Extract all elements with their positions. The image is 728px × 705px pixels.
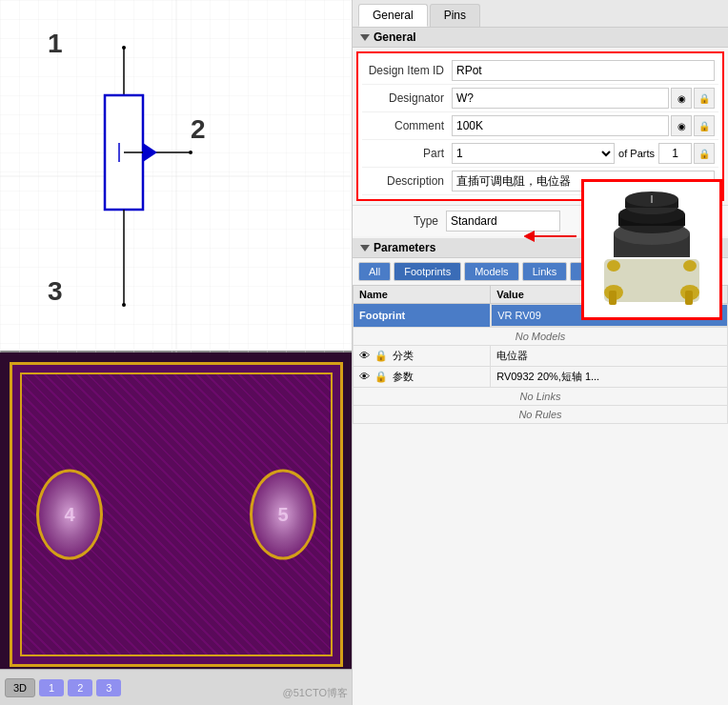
- table-row-no-rules: No Rules: [354, 406, 728, 424]
- parameters-section-title: Parameters: [374, 241, 435, 254]
- schematic-label-1: 1: [48, 29, 63, 59]
- designator-label: Designator: [366, 91, 452, 105]
- lock-icon3: 🔒: [698, 149, 710, 159]
- pad-label-left: 4: [39, 504, 100, 526]
- comment-actions: ◉ 🔒: [671, 115, 715, 136]
- pcb-pad-left: 4: [36, 470, 103, 560]
- category-name-cell: 👁 🔒 分类: [354, 346, 491, 367]
- type-label: Type: [360, 214, 446, 228]
- schematic-label-3: 3: [48, 276, 63, 307]
- part-label: Part: [366, 147, 452, 160]
- pcb-inner: 4 5: [20, 373, 333, 656]
- pcb-board: 4 5: [10, 362, 343, 667]
- lock-icon2: 🔒: [698, 121, 710, 131]
- tabs-bar: General Pins: [353, 0, 728, 28]
- svg-point-9: [122, 46, 126, 50]
- tab-pins[interactable]: Pins: [430, 4, 480, 27]
- pcb-tab-3d[interactable]: 3D: [5, 678, 35, 697]
- pcb-tab-2[interactable]: 2: [68, 679, 92, 696]
- params-btn-links[interactable]: Links: [522, 262, 568, 281]
- params-name-cell: 👁 🔒 参数: [354, 367, 491, 388]
- parts-num-input[interactable]: [658, 143, 692, 164]
- schematic-view: 1 2 3: [0, 0, 353, 352]
- triangle-down-icon2: [360, 245, 370, 252]
- watermark: @51CTO博客: [283, 686, 348, 700]
- general-section-title: General: [374, 30, 416, 44]
- svg-point-15: [607, 260, 620, 272]
- pcb-pad-right: 5: [250, 470, 316, 560]
- design-item-id-row: Design Item ID: [362, 57, 718, 85]
- comment-eye-btn[interactable]: ◉: [671, 115, 692, 136]
- no-rules-cell: No Rules: [354, 406, 728, 424]
- designator-actions: ◉ 🔒: [671, 88, 715, 109]
- params-btn-footprints[interactable]: Footprints: [394, 262, 461, 281]
- svg-rect-17: [609, 291, 617, 305]
- params-btn-models[interactable]: Models: [464, 262, 518, 281]
- category-value-cell: 电位器: [491, 346, 728, 367]
- part-select[interactable]: 1: [452, 143, 615, 164]
- comment-lock-btn[interactable]: 🔒: [694, 115, 715, 136]
- of-parts-label: of Parts: [618, 148, 655, 159]
- comment-row: Comment ◉ 🔒: [362, 112, 718, 140]
- design-item-id-input[interactable]: [452, 60, 715, 81]
- svg-point-11: [189, 151, 192, 154]
- part-actions: 🔒: [694, 143, 715, 164]
- part-row: Part 1 of Parts 🔒: [362, 140, 718, 168]
- table-row-category: 👁 🔒 分类 电位器: [354, 346, 728, 367]
- eye-icon: ◉: [677, 93, 686, 104]
- lock-icon: 🔒: [698, 93, 710, 104]
- designator-input[interactable]: [452, 88, 669, 109]
- table-row-params: 👁 🔒 参数 RV0932 20%,短轴 1...: [354, 367, 728, 388]
- footprint-name-cell: Footprint: [354, 304, 491, 328]
- design-item-id-label: Design Item ID: [366, 64, 452, 77]
- component-3d-svg: [590, 188, 714, 312]
- pad-label-right: 5: [253, 504, 313, 526]
- general-section-header: General: [353, 28, 728, 48]
- svg-point-10: [122, 303, 126, 307]
- designator-eye-btn[interactable]: ◉: [671, 88, 692, 109]
- comment-label: Comment: [366, 119, 452, 132]
- svg-point-16: [683, 260, 697, 272]
- table-row-no-links: No Links: [354, 388, 728, 406]
- params-btn-all[interactable]: All: [358, 262, 391, 281]
- comment-input[interactable]: [452, 115, 669, 136]
- eye-icon2: ◉: [677, 121, 686, 131]
- no-links-cell: No Links: [354, 388, 728, 406]
- tab-general[interactable]: General: [358, 4, 428, 27]
- schematic-label-2: 2: [191, 114, 206, 145]
- col-name-header: Name: [354, 286, 491, 304]
- no-models-cell: No Models: [354, 328, 728, 346]
- pcb-tab-3[interactable]: 3: [96, 679, 121, 696]
- svg-rect-18: [685, 291, 693, 305]
- right-panel: General Pins General Design Item ID Desi…: [353, 0, 728, 705]
- pcb-view: 4 5 3D 1 2 3 @51CTO博客: [0, 352, 353, 705]
- params-value-cell: RV0932 20%,短轴 1...: [491, 367, 728, 388]
- component-3d-preview: [581, 179, 722, 320]
- designator-lock-btn[interactable]: 🔒: [694, 88, 715, 109]
- left-panel: 1 2 3 4 5 3D 1 2 3 @51CTO博客: [0, 0, 353, 705]
- part-lock-btn[interactable]: 🔒: [694, 143, 715, 164]
- designator-row: Designator ◉ 🔒: [362, 85, 718, 112]
- description-label: Description: [366, 174, 452, 188]
- arrow-indicator: [524, 222, 581, 253]
- pcb-tab-1[interactable]: 1: [39, 679, 64, 696]
- table-row-no-models: No Models: [354, 328, 728, 346]
- triangle-down-icon: [360, 34, 370, 41]
